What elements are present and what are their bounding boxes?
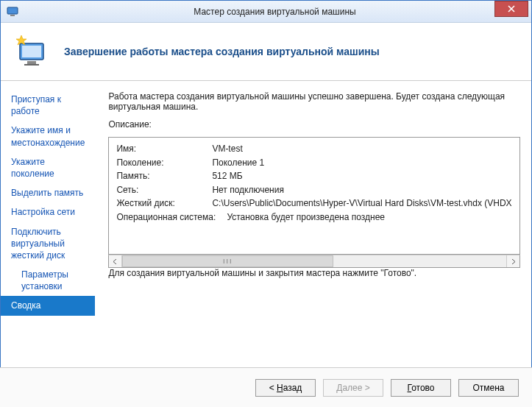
svg-rect-3 [22,46,41,57]
nav-item-6[interactable]: Параметры установки [1,265,95,296]
wizard-nav: Приступая к работеУкажите имя и местонах… [1,81,95,389]
desc-key: Память: [116,169,212,183]
back-button[interactable]: < Назад [255,379,316,397]
svg-rect-0 [7,7,18,14]
app-icon [7,6,18,18]
desc-key: Поколение: [116,156,212,170]
nav-item-2[interactable]: Укажите поколение [1,152,95,183]
scroll-right-icon[interactable] [506,255,519,267]
desc-row: Операционная система:Установка будет про… [116,210,511,224]
scroll-thumb[interactable]: III [122,255,333,267]
svg-rect-1 [10,15,15,16]
nav-item-3[interactable]: Выделить память [1,183,95,202]
nav-item-4[interactable]: Настройка сети [1,202,95,222]
button-bar: < Назад Далее > Готово Отмена [0,367,532,407]
window-title: Мастер создания виртуальной машины [18,7,531,17]
wizard-content: Работа мастера создания виртуальной маши… [95,81,532,389]
titlebar: Мастер создания виртуальной машины [1,1,531,23]
desc-key: Жесткий диск: [116,197,212,210]
desc-row: Жесткий диск:C:\Users\Public\Documents\H… [116,197,511,210]
intro-text: Работа мастера создания виртуальной маши… [108,91,519,112]
footer-note: Для создания виртуальной машины и закрыт… [108,268,519,278]
svg-rect-4 [27,61,36,64]
page-title: Завершение работы мастера создания вирту… [64,46,380,57]
next-button: Далее > [323,379,383,397]
close-button[interactable] [494,1,528,17]
scroll-left-icon[interactable] [109,255,122,267]
finish-button[interactable]: Готово [391,379,451,397]
desc-val: 512 МБ [212,169,511,183]
desc-val: Установка будет произведена позднее [227,210,511,224]
svg-rect-5 [24,64,39,66]
nav-item-1[interactable]: Укажите имя и местонахождение [1,121,95,152]
desc-val: C:\Users\Public\Documents\Hyper-V\Virtua… [212,197,511,210]
nav-item-7[interactable]: Сводка [1,296,95,315]
horizontal-scrollbar[interactable]: III [108,255,519,268]
desc-val: Поколение 1 [212,156,511,170]
desc-row: Имя:VM-test [116,142,511,156]
desc-val: Нет подключения [212,183,511,197]
desc-key: Сеть: [116,183,212,197]
scroll-track[interactable]: III [122,255,506,267]
desc-key: Операционная система: [116,210,227,224]
nav-item-5[interactable]: Подключить виртуальный жесткий диск [1,222,95,266]
desc-row: Поколение:Поколение 1 [116,156,511,170]
desc-val: VM-test [212,142,511,156]
desc-key: Имя: [116,142,212,156]
wizard-icon [14,33,51,70]
description-box: Имя:VM-testПоколение:Поколение 1Память:5… [108,137,519,255]
cancel-button[interactable]: Отмена [458,379,519,397]
nav-item-0[interactable]: Приступая к работе [1,90,95,121]
description-label: Описание: [108,119,519,130]
desc-row: Сеть:Нет подключения [116,183,511,197]
wizard-header: Завершение работы мастера создания вирту… [1,23,531,81]
desc-row: Память:512 МБ [116,169,511,183]
